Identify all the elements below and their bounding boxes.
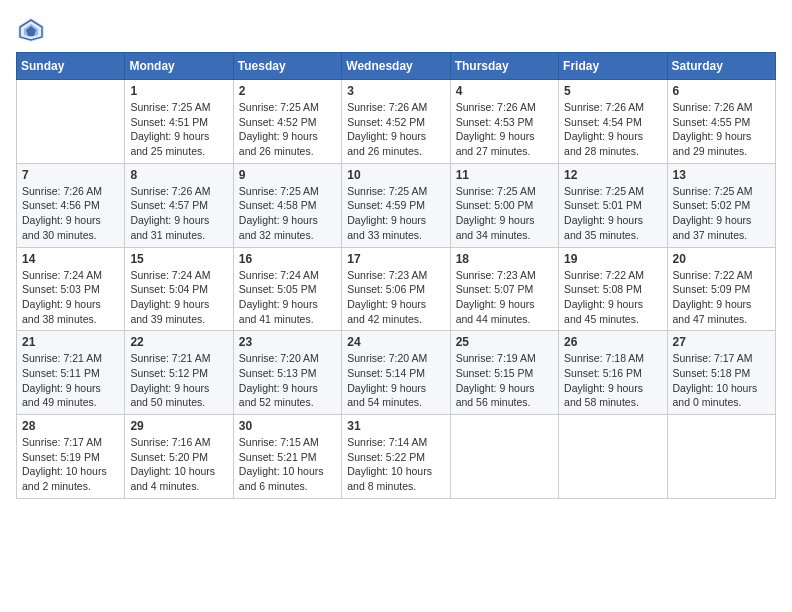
calendar-cell: 17Sunrise: 7:23 AM Sunset: 5:06 PM Dayli… — [342, 247, 450, 331]
day-number: 23 — [239, 335, 336, 349]
calendar-cell: 15Sunrise: 7:24 AM Sunset: 5:04 PM Dayli… — [125, 247, 233, 331]
calendar-table: SundayMondayTuesdayWednesdayThursdayFrid… — [16, 52, 776, 499]
day-number: 22 — [130, 335, 227, 349]
day-number: 5 — [564, 84, 661, 98]
calendar-week-row: 14Sunrise: 7:24 AM Sunset: 5:03 PM Dayli… — [17, 247, 776, 331]
calendar-cell: 30Sunrise: 7:15 AM Sunset: 5:21 PM Dayli… — [233, 415, 341, 499]
day-info: Sunrise: 7:25 AM Sunset: 4:58 PM Dayligh… — [239, 184, 336, 243]
column-header-wednesday: Wednesday — [342, 53, 450, 80]
day-number: 9 — [239, 168, 336, 182]
day-number: 24 — [347, 335, 444, 349]
day-number: 11 — [456, 168, 553, 182]
day-info: Sunrise: 7:25 AM Sunset: 5:02 PM Dayligh… — [673, 184, 770, 243]
day-number: 14 — [22, 252, 119, 266]
logo-icon — [16, 16, 46, 44]
day-info: Sunrise: 7:23 AM Sunset: 5:06 PM Dayligh… — [347, 268, 444, 327]
calendar-cell: 24Sunrise: 7:20 AM Sunset: 5:14 PM Dayli… — [342, 331, 450, 415]
calendar-cell: 14Sunrise: 7:24 AM Sunset: 5:03 PM Dayli… — [17, 247, 125, 331]
day-number: 21 — [22, 335, 119, 349]
day-info: Sunrise: 7:26 AM Sunset: 4:53 PM Dayligh… — [456, 100, 553, 159]
day-info: Sunrise: 7:25 AM Sunset: 5:00 PM Dayligh… — [456, 184, 553, 243]
calendar-cell: 6Sunrise: 7:26 AM Sunset: 4:55 PM Daylig… — [667, 80, 775, 164]
calendar-cell: 29Sunrise: 7:16 AM Sunset: 5:20 PM Dayli… — [125, 415, 233, 499]
day-number: 15 — [130, 252, 227, 266]
calendar-cell: 9Sunrise: 7:25 AM Sunset: 4:58 PM Daylig… — [233, 163, 341, 247]
calendar-cell: 2Sunrise: 7:25 AM Sunset: 4:52 PM Daylig… — [233, 80, 341, 164]
day-info: Sunrise: 7:20 AM Sunset: 5:13 PM Dayligh… — [239, 351, 336, 410]
day-info: Sunrise: 7:18 AM Sunset: 5:16 PM Dayligh… — [564, 351, 661, 410]
day-number: 12 — [564, 168, 661, 182]
calendar-week-row: 1Sunrise: 7:25 AM Sunset: 4:51 PM Daylig… — [17, 80, 776, 164]
day-number: 29 — [130, 419, 227, 433]
day-number: 17 — [347, 252, 444, 266]
day-number: 26 — [564, 335, 661, 349]
day-info: Sunrise: 7:16 AM Sunset: 5:20 PM Dayligh… — [130, 435, 227, 494]
day-info: Sunrise: 7:21 AM Sunset: 5:12 PM Dayligh… — [130, 351, 227, 410]
calendar-cell: 31Sunrise: 7:14 AM Sunset: 5:22 PM Dayli… — [342, 415, 450, 499]
calendar-cell: 28Sunrise: 7:17 AM Sunset: 5:19 PM Dayli… — [17, 415, 125, 499]
day-number: 19 — [564, 252, 661, 266]
day-info: Sunrise: 7:26 AM Sunset: 4:52 PM Dayligh… — [347, 100, 444, 159]
day-info: Sunrise: 7:24 AM Sunset: 5:04 PM Dayligh… — [130, 268, 227, 327]
calendar-cell: 16Sunrise: 7:24 AM Sunset: 5:05 PM Dayli… — [233, 247, 341, 331]
day-info: Sunrise: 7:17 AM Sunset: 5:18 PM Dayligh… — [673, 351, 770, 410]
calendar-cell: 19Sunrise: 7:22 AM Sunset: 5:08 PM Dayli… — [559, 247, 667, 331]
day-number: 16 — [239, 252, 336, 266]
calendar-week-row: 28Sunrise: 7:17 AM Sunset: 5:19 PM Dayli… — [17, 415, 776, 499]
day-number: 20 — [673, 252, 770, 266]
calendar-week-row: 21Sunrise: 7:21 AM Sunset: 5:11 PM Dayli… — [17, 331, 776, 415]
day-info: Sunrise: 7:19 AM Sunset: 5:15 PM Dayligh… — [456, 351, 553, 410]
calendar-cell: 11Sunrise: 7:25 AM Sunset: 5:00 PM Dayli… — [450, 163, 558, 247]
calendar-cell: 25Sunrise: 7:19 AM Sunset: 5:15 PM Dayli… — [450, 331, 558, 415]
day-info: Sunrise: 7:14 AM Sunset: 5:22 PM Dayligh… — [347, 435, 444, 494]
calendar-cell: 13Sunrise: 7:25 AM Sunset: 5:02 PM Dayli… — [667, 163, 775, 247]
calendar-cell — [667, 415, 775, 499]
calendar-cell — [17, 80, 125, 164]
column-header-saturday: Saturday — [667, 53, 775, 80]
day-info: Sunrise: 7:26 AM Sunset: 4:55 PM Dayligh… — [673, 100, 770, 159]
calendar-cell: 27Sunrise: 7:17 AM Sunset: 5:18 PM Dayli… — [667, 331, 775, 415]
day-number: 31 — [347, 419, 444, 433]
calendar-cell: 3Sunrise: 7:26 AM Sunset: 4:52 PM Daylig… — [342, 80, 450, 164]
page-header — [16, 16, 776, 44]
day-number: 28 — [22, 419, 119, 433]
calendar-cell: 5Sunrise: 7:26 AM Sunset: 4:54 PM Daylig… — [559, 80, 667, 164]
day-number: 4 — [456, 84, 553, 98]
day-info: Sunrise: 7:25 AM Sunset: 4:59 PM Dayligh… — [347, 184, 444, 243]
day-info: Sunrise: 7:20 AM Sunset: 5:14 PM Dayligh… — [347, 351, 444, 410]
day-number: 18 — [456, 252, 553, 266]
day-info: Sunrise: 7:25 AM Sunset: 4:51 PM Dayligh… — [130, 100, 227, 159]
column-header-monday: Monday — [125, 53, 233, 80]
day-number: 8 — [130, 168, 227, 182]
day-info: Sunrise: 7:23 AM Sunset: 5:07 PM Dayligh… — [456, 268, 553, 327]
day-info: Sunrise: 7:25 AM Sunset: 4:52 PM Dayligh… — [239, 100, 336, 159]
column-header-sunday: Sunday — [17, 53, 125, 80]
calendar-cell: 7Sunrise: 7:26 AM Sunset: 4:56 PM Daylig… — [17, 163, 125, 247]
calendar-cell — [559, 415, 667, 499]
calendar-cell — [450, 415, 558, 499]
day-number: 13 — [673, 168, 770, 182]
day-info: Sunrise: 7:25 AM Sunset: 5:01 PM Dayligh… — [564, 184, 661, 243]
day-info: Sunrise: 7:22 AM Sunset: 5:08 PM Dayligh… — [564, 268, 661, 327]
day-info: Sunrise: 7:22 AM Sunset: 5:09 PM Dayligh… — [673, 268, 770, 327]
day-info: Sunrise: 7:24 AM Sunset: 5:03 PM Dayligh… — [22, 268, 119, 327]
day-number: 2 — [239, 84, 336, 98]
day-number: 7 — [22, 168, 119, 182]
column-header-tuesday: Tuesday — [233, 53, 341, 80]
calendar-cell: 8Sunrise: 7:26 AM Sunset: 4:57 PM Daylig… — [125, 163, 233, 247]
day-number: 25 — [456, 335, 553, 349]
day-number: 3 — [347, 84, 444, 98]
calendar-cell: 12Sunrise: 7:25 AM Sunset: 5:01 PM Dayli… — [559, 163, 667, 247]
day-info: Sunrise: 7:26 AM Sunset: 4:54 PM Dayligh… — [564, 100, 661, 159]
day-number: 10 — [347, 168, 444, 182]
day-info: Sunrise: 7:26 AM Sunset: 4:56 PM Dayligh… — [22, 184, 119, 243]
column-header-thursday: Thursday — [450, 53, 558, 80]
day-info: Sunrise: 7:24 AM Sunset: 5:05 PM Dayligh… — [239, 268, 336, 327]
day-info: Sunrise: 7:15 AM Sunset: 5:21 PM Dayligh… — [239, 435, 336, 494]
day-number: 27 — [673, 335, 770, 349]
calendar-cell: 20Sunrise: 7:22 AM Sunset: 5:09 PM Dayli… — [667, 247, 775, 331]
calendar-cell: 18Sunrise: 7:23 AM Sunset: 5:07 PM Dayli… — [450, 247, 558, 331]
calendar-cell: 4Sunrise: 7:26 AM Sunset: 4:53 PM Daylig… — [450, 80, 558, 164]
calendar-cell: 26Sunrise: 7:18 AM Sunset: 5:16 PM Dayli… — [559, 331, 667, 415]
day-number: 1 — [130, 84, 227, 98]
